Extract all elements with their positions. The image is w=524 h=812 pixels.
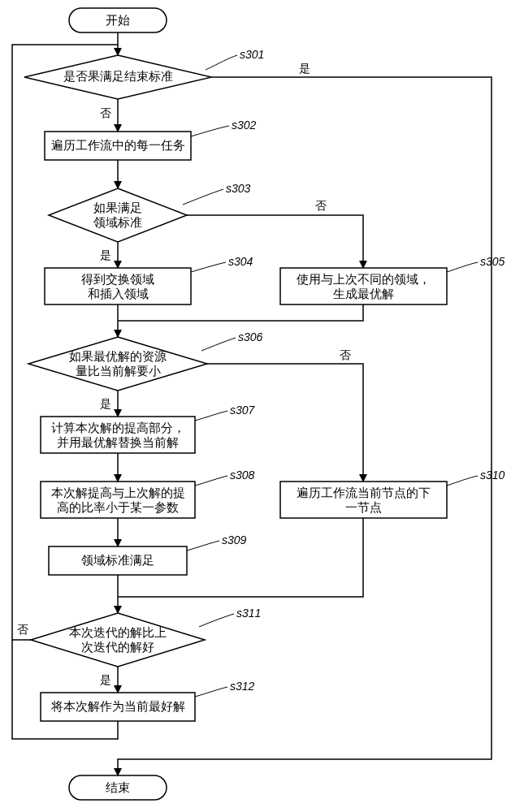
s309-process: 领域标准满足 xyxy=(49,546,187,575)
s309-text: 领域标准满足 xyxy=(81,553,154,567)
s303-yes-label: 是 xyxy=(100,248,111,261)
s305-text-l1: 使用与上次不同的领域， xyxy=(297,272,431,286)
s312-process: 将本次解作为当前最好解 xyxy=(41,693,195,721)
s304-text-l2: 和插入领域 xyxy=(88,287,149,300)
s310-text-l1: 遍历工作流当前节点的下 xyxy=(297,486,431,499)
s308-process: 本次解提高与上次解的提 高的比率小于某一参数 xyxy=(41,482,195,518)
s305-process: 使用与上次不同的领域， 生成最优解 xyxy=(280,268,447,304)
s307-text-l1: 计算本次解的提高部分， xyxy=(51,421,185,434)
start-terminal: 开始 xyxy=(69,8,167,32)
s307-text-l2: 并用最优解替换当前解 xyxy=(57,435,179,449)
end-label: 结束 xyxy=(106,780,130,794)
s302-text: 遍历工作流中的每一任务 xyxy=(51,138,185,152)
s311-no-label: 否 xyxy=(17,623,28,636)
s304-label: s304 xyxy=(228,255,253,268)
s312-text: 将本次解作为当前最好解 xyxy=(50,699,185,713)
s309-label: s309 xyxy=(222,533,247,546)
s306-decision: 如果最优解的资源 量比当前解要小 xyxy=(28,337,207,391)
s301-decision: 是否果满足结束标准 xyxy=(24,55,211,99)
s311-label: s311 xyxy=(236,607,261,620)
s311-text-l2: 次迭代的解好 xyxy=(81,640,154,654)
s303-text-l1: 如果满足 xyxy=(93,201,142,214)
s311-decision: 本次迭代的解比上 次迭代的解好 xyxy=(31,613,205,667)
s303-label: s303 xyxy=(226,182,251,195)
s310-text-l2: 一节点 xyxy=(345,500,382,514)
s305-text-l2: 生成最优解 xyxy=(333,287,394,300)
s307-process: 计算本次解的提高部分， 并用最优解替换当前解 xyxy=(41,417,195,453)
s306-label: s306 xyxy=(238,330,263,343)
s303-decision: 如果满足 领域标准 xyxy=(49,188,187,242)
end-terminal: 结束 xyxy=(69,775,167,800)
s304-text-l1: 得到交换领域 xyxy=(81,272,154,286)
start-label: 开始 xyxy=(106,13,130,27)
s301-yes-label: 是 xyxy=(299,62,310,75)
s301-label: s301 xyxy=(240,48,264,61)
s301-text: 是否果满足结束标准 xyxy=(63,69,173,83)
s306-no-label: 否 xyxy=(340,348,351,361)
s312-label: s312 xyxy=(230,680,255,693)
s307-label: s307 xyxy=(230,404,256,417)
s308-text-l1: 本次解提高与上次解的提 xyxy=(51,486,185,499)
s310-label: s310 xyxy=(480,469,505,482)
s302-label: s302 xyxy=(232,119,257,132)
s306-yes-label: 是 xyxy=(100,397,111,410)
s306-text-l2: 量比当前解要小 xyxy=(76,364,161,378)
s302-process: 遍历工作流中的每一任务 xyxy=(45,132,191,160)
s311-yes-label: 是 xyxy=(100,673,111,686)
s308-text-l2: 高的比率小于某一参数 xyxy=(57,500,179,514)
s303-text-l2: 领域标准 xyxy=(93,215,142,229)
s308-label: s308 xyxy=(230,469,255,482)
s306-text-l1: 如果最优解的资源 xyxy=(69,349,167,363)
s304-process: 得到交换领域 和插入领域 xyxy=(45,268,191,304)
s310-process: 遍历工作流当前节点的下 一节点 xyxy=(280,482,447,518)
s311-text-l1: 本次迭代的解比上 xyxy=(69,625,167,639)
s301-no-label: 否 xyxy=(100,106,111,119)
s305-label: s305 xyxy=(480,255,505,268)
s303-no-label: 否 xyxy=(315,199,327,212)
flowchart: 开始 是否果满足结束标准 s301 遍历工作流中的每一任务 s302 如果满足 … xyxy=(0,0,524,812)
